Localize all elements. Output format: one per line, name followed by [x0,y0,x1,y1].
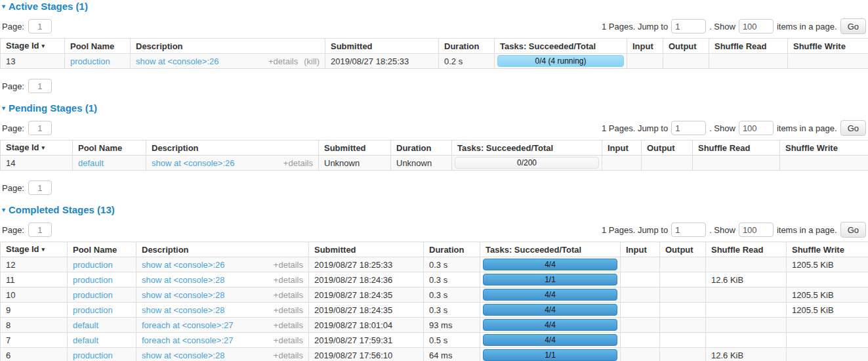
details-link[interactable]: +details [268,56,298,66]
column-header-submitted[interactable]: Submitted [309,242,424,257]
column-header-label: Description [152,143,199,153]
column-header-tasks[interactable]: Tasks: Succeeded/Total [495,39,627,54]
column-header-label: Tasks: Succeeded/Total [457,143,553,153]
page-number-input[interactable] [28,223,52,237]
pool-name-link[interactable]: production [73,305,113,315]
details-link[interactable]: +details [274,290,303,300]
page-label: Page: [2,81,24,91]
description-link[interactable]: show at <console>:26 [152,158,234,168]
column-header-shuffle-read[interactable]: Shuffle Read [693,140,780,156]
column-header-stage-id[interactable]: Stage Id▾ [1,242,68,257]
column-header-input[interactable]: Input [621,242,660,257]
go-button[interactable]: Go [840,222,866,238]
section-header-completed[interactable]: ▾Completed Stages (13) [0,204,868,215]
go-button[interactable]: Go [840,120,866,136]
column-header-tasks[interactable]: Tasks: Succeeded/Total [452,140,602,156]
input-cell [627,54,663,69]
section-header-pending[interactable]: ▾Pending Stages (1) [0,102,868,114]
column-header-duration[interactable]: Duration [439,39,495,54]
stage-row: 14defaultshow at <console>:26+detailsUnk… [1,156,868,171]
shuffle-write-cell: 1205.5 KiB [787,257,868,272]
stages-section-active: ▾Active Stages (1)Page:1 Pages. Jump to.… [0,1,868,94]
column-header-description[interactable]: Description [136,242,309,257]
details-link[interactable]: +details [274,275,303,285]
column-header-pool-name[interactable]: Pool Name [73,140,146,156]
column-header-output[interactable]: Output [660,242,706,257]
pool-name-link[interactable]: default [73,320,98,330]
column-header-duration[interactable]: Duration [424,242,480,257]
column-header-duration[interactable]: Duration [391,140,452,156]
description-cell: show at <console>:26+details(kill) [131,54,325,69]
details-link[interactable]: +details [283,158,313,168]
column-header-output[interactable]: Output [642,140,693,156]
show-items-input[interactable] [739,19,774,33]
tasks-cell: 4/4 [480,287,621,303]
column-header-shuffle-read[interactable]: Shuffle Read [709,39,788,54]
pool-name-link[interactable]: default [73,335,98,345]
details-link[interactable]: +details [274,335,303,345]
column-header-submitted[interactable]: Submitted [319,140,391,156]
input-cell [621,333,660,348]
collapse-arrow-icon: ▾ [2,3,5,10]
column-header-label: Input [626,245,647,255]
jump-to-input[interactable] [671,19,706,33]
column-header-stage-id[interactable]: Stage Id▾ [1,140,73,156]
pager-row: Page:1 Pages. Jump to. Showitems in a pa… [0,222,868,238]
column-header-shuffle-write[interactable]: Shuffle Write [780,140,868,156]
pool-name-link[interactable]: production [73,350,113,360]
column-header-submitted[interactable]: Submitted [325,39,439,54]
page-number-input[interactable] [28,79,52,93]
pool-name-link[interactable]: production [73,260,113,270]
column-header-label: Pool Name [78,143,122,153]
column-header-input[interactable]: Input [602,140,642,156]
column-header-shuffle-write[interactable]: Shuffle Write [788,39,868,54]
stages-section-completed: ▾Completed Stages (13)Page:1 Pages. Jump… [0,204,868,361]
stages-page: ▾Active Stages (1)Page:1 Pages. Jump to.… [0,1,868,361]
column-header-stage-id[interactable]: Stage Id▾ [1,39,65,54]
description-actions: +details [268,305,303,315]
column-header-description[interactable]: Description [146,140,319,156]
tasks-progress-bar: 4/4 [483,319,617,331]
kill-link[interactable]: (kill) [304,56,320,66]
description-link[interactable]: show at <console>:28 [142,290,224,300]
details-link[interactable]: +details [274,305,303,315]
column-header-shuffle-read[interactable]: Shuffle Read [706,242,787,257]
stage-id-cell: 7 [1,333,68,348]
details-link[interactable]: +details [274,260,303,270]
details-link[interactable]: +details [274,320,303,330]
page-number-input[interactable] [28,180,52,195]
description-link[interactable]: show at <console>:26 [136,56,218,66]
jump-to-input[interactable] [671,223,706,237]
description-cell: show at <console>:28+details [136,272,309,287]
description-link[interactable]: show at <console>:26 [142,260,224,270]
details-link[interactable]: +details [274,350,303,360]
pool-name-link[interactable]: default [78,158,104,168]
column-header-pool-name[interactable]: Pool Name [65,39,131,54]
column-header-pool-name[interactable]: Pool Name [68,242,136,257]
column-header-description[interactable]: Description [131,39,325,54]
column-header-output[interactable]: Output [663,39,709,54]
header-row: Stage Id▾Pool NameDescriptionSubmittedDu… [1,242,868,257]
description-link[interactable]: show at <console>:28 [142,275,224,285]
description-link[interactable]: show at <console>:28 [142,350,224,360]
column-header-shuffle-write[interactable]: Shuffle Write [787,242,868,257]
description-link[interactable]: show at <console>:28 [142,305,224,315]
page-number-input[interactable] [28,121,52,135]
column-header-input[interactable]: Input [627,39,663,54]
column-header-label: Description [142,245,189,255]
pool-name-link[interactable]: production [73,290,113,300]
description-link[interactable]: foreach at <console>:27 [142,335,234,345]
show-items-input[interactable] [739,121,774,135]
column-header-label: Duration [396,143,431,153]
section-header-active[interactable]: ▾Active Stages (1) [0,1,868,12]
pool-name-link[interactable]: production [70,56,110,66]
description-wrap: show at <console>:26+details [142,260,303,270]
page-number-input[interactable] [28,19,52,33]
submitted-cell: 2019/08/27 18:24:35 [309,287,424,303]
jump-to-input[interactable] [671,121,706,135]
go-button[interactable]: Go [840,18,866,34]
pool-name-link[interactable]: production [73,275,113,285]
show-items-input[interactable] [739,223,774,237]
description-link[interactable]: foreach at <console>:27 [142,320,234,330]
column-header-tasks[interactable]: Tasks: Succeeded/Total [480,242,621,257]
